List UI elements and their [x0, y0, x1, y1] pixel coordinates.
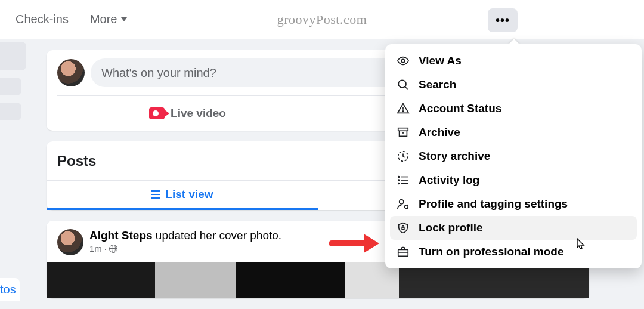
svg-point-12: [398, 180, 400, 181]
live-video-button[interactable]: Live video: [57, 101, 318, 126]
svg-rect-5: [398, 128, 408, 131]
list-icon: [151, 190, 160, 199]
briefcase-icon: [396, 245, 410, 259]
eye-icon: [396, 54, 410, 68]
svg-point-0: [401, 59, 405, 63]
tab-more-label: More: [90, 13, 117, 26]
menu-label: Story archive: [419, 150, 490, 163]
list-view-label: List view: [165, 188, 213, 201]
stub: [0, 78, 21, 95]
shield-lock-icon: [396, 221, 410, 235]
post-time: 1m: [89, 243, 102, 254]
post-meta: 1m ·: [89, 243, 281, 254]
photos-link-partial[interactable]: tos: [0, 278, 20, 301]
chevron-down-icon: [121, 17, 127, 21]
menu-label: Activity log: [419, 174, 479, 187]
svg-point-11: [398, 177, 400, 178]
posts-title: Posts: [57, 153, 96, 169]
live-video-label: Live video: [171, 107, 226, 120]
tab-checkins[interactable]: Check-ins: [5, 0, 79, 39]
watermark-text: groovyPost.com: [277, 12, 367, 27]
menu-label: Search: [419, 78, 456, 91]
menu-label: Profile and tagging settings: [419, 197, 568, 211]
warning-icon: [396, 101, 410, 116]
menu-view-as[interactable]: View As: [390, 49, 637, 73]
left-sidebar-stubs: [0, 39, 36, 128]
menu-professional-mode[interactable]: Turn on professional mode: [390, 240, 637, 264]
menu-label: View As: [419, 54, 462, 67]
menu-archive[interactable]: Archive: [390, 120, 637, 144]
menu-story-archive[interactable]: Story archive: [390, 144, 637, 168]
svg-point-14: [400, 200, 404, 204]
tab-more[interactable]: More: [79, 0, 138, 39]
menu-label: Turn on professional mode: [419, 245, 564, 258]
list-icon: [396, 173, 410, 187]
svg-line-2: [405, 86, 408, 89]
avatar[interactable]: [57, 59, 85, 86]
stub: [0, 103, 21, 120]
search-icon: [396, 78, 410, 92]
clock-dashed-icon: [396, 149, 410, 163]
live-video-icon: [149, 107, 165, 119]
public-icon: [109, 245, 117, 253]
more-options-menu: View As Search Account Status Archive St…: [385, 44, 642, 268]
menu-label: Lock profile: [419, 221, 483, 234]
svg-point-4: [402, 111, 403, 112]
more-options-button[interactable]: •••: [488, 8, 518, 32]
svg-rect-17: [398, 249, 408, 256]
post-author[interactable]: Aight Steps: [89, 229, 153, 242]
list-view-tab[interactable]: List view: [47, 181, 318, 210]
annotation-arrow: [329, 234, 383, 252]
svg-point-13: [398, 183, 400, 184]
post-headline: Aight Steps updated her cover photo.: [89, 229, 281, 242]
menu-search[interactable]: Search: [390, 73, 637, 97]
post-action: updated her cover photo.: [153, 229, 282, 242]
cursor-icon: [575, 237, 586, 254]
svg-point-1: [398, 80, 406, 88]
profile-tabs-bar: Check-ins More groovyPost.com •••: [0, 0, 644, 39]
menu-account-status[interactable]: Account Status: [390, 97, 637, 120]
gear-user-icon: [396, 197, 410, 211]
stub: [0, 42, 26, 70]
menu-lock-profile[interactable]: Lock profile: [390, 216, 637, 240]
svg-rect-16: [402, 227, 404, 230]
archive-icon: [396, 125, 410, 140]
menu-label: Archive: [419, 126, 460, 139]
menu-activity-log[interactable]: Activity log: [390, 168, 637, 192]
menu-profile-tagging-settings[interactable]: Profile and tagging settings: [390, 192, 637, 216]
menu-label: Account Status: [419, 102, 501, 115]
avatar[interactable]: [57, 229, 83, 255]
